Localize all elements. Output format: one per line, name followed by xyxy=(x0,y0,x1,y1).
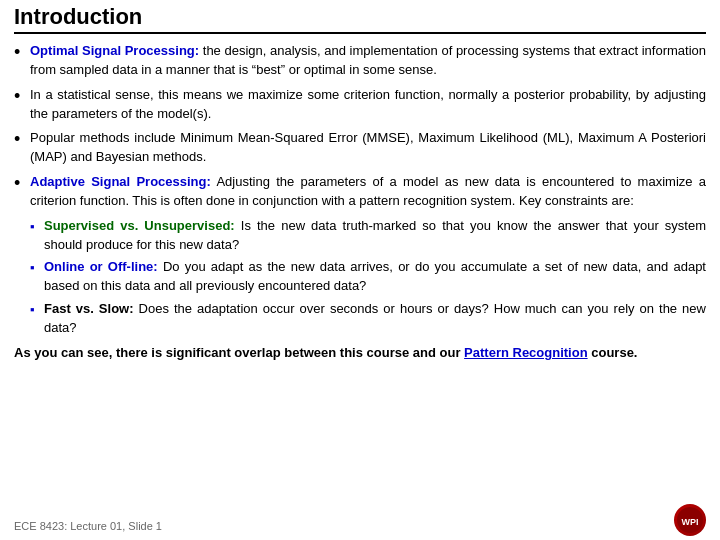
sub-bullet-item-2: ▪ Online or Off-line: Do you adapt as th… xyxy=(30,258,706,296)
sub-bullet-square-3: ▪ xyxy=(30,301,40,320)
sub-bullet-text-2: Online or Off-line: Do you adapt as the … xyxy=(44,258,706,296)
term-supervised-unsupervised: Supervised vs. Unsupervised: xyxy=(44,218,235,233)
summary-text-2: course. xyxy=(591,345,637,360)
sub-bullet-text-3: Fast vs. Slow: Does the adaptation occur… xyxy=(44,300,706,338)
logo-svg: WPI xyxy=(676,506,704,534)
sub-bullets-container: ▪ Supervised vs. Unsupervised: Is the ne… xyxy=(30,217,706,338)
bullet-dot-1: • xyxy=(14,42,28,64)
bullet-text-4: Adaptive Signal Processing: Adjusting th… xyxy=(30,173,706,211)
bullet-dot-3: • xyxy=(14,129,28,151)
content-area: • Optimal Signal Processing: the design,… xyxy=(14,42,706,363)
sub-bullet-square-2: ▪ xyxy=(30,259,40,278)
bullet-item-2: • In a statistical sense, this means we … xyxy=(14,86,706,124)
slide-container: Introduction • Optimal Signal Processing… xyxy=(0,0,720,540)
wpi-logo: WPI xyxy=(674,504,706,536)
term-optimal-signal-processing: Optimal Signal Processing: xyxy=(30,43,199,58)
page-title: Introduction xyxy=(14,4,706,34)
term-online-offline: Online or Off-line: xyxy=(44,259,158,274)
svg-text:WPI: WPI xyxy=(682,517,699,527)
bullet-item-4: • Adaptive Signal Processing: Adjusting … xyxy=(14,173,706,211)
sub-bullet-text-1: Supervised vs. Unsupervised: Is the new … xyxy=(44,217,706,255)
summary-paragraph: As you can see, there is significant ove… xyxy=(14,344,706,363)
bullet-item-3: • Popular methods include Minimum Mean-S… xyxy=(14,129,706,167)
sub-bullet-square-1: ▪ xyxy=(30,218,40,237)
bullet-dot-2: • xyxy=(14,86,28,108)
bullet-text-3: Popular methods include Minimum Mean-Squ… xyxy=(30,129,706,167)
logo-circle: WPI xyxy=(674,504,706,536)
bullet-item-1: • Optimal Signal Processing: the design,… xyxy=(14,42,706,80)
sub-bullet-3-body: Does the adaptation occur over seconds o… xyxy=(44,301,706,335)
bullet-text-2: In a statistical sense, this means we ma… xyxy=(30,86,706,124)
summary-text-1: As you can see, there is significant ove… xyxy=(14,345,460,360)
term-adaptive-signal-processing: Adaptive Signal Processing: xyxy=(30,174,211,189)
bullet-text-1: Optimal Signal Processing: the design, a… xyxy=(30,42,706,80)
term-fast-slow: Fast vs. Slow: xyxy=(44,301,134,316)
bullet-dot-4: • xyxy=(14,173,28,195)
sub-bullet-item-3: ▪ Fast vs. Slow: Does the adaptation occ… xyxy=(30,300,706,338)
footer-text: ECE 8423: Lecture 01, Slide 1 xyxy=(14,520,162,532)
pattern-recognition-link[interactable]: Pattern Recognition xyxy=(464,345,588,360)
sub-bullet-item-1: ▪ Supervised vs. Unsupervised: Is the ne… xyxy=(30,217,706,255)
